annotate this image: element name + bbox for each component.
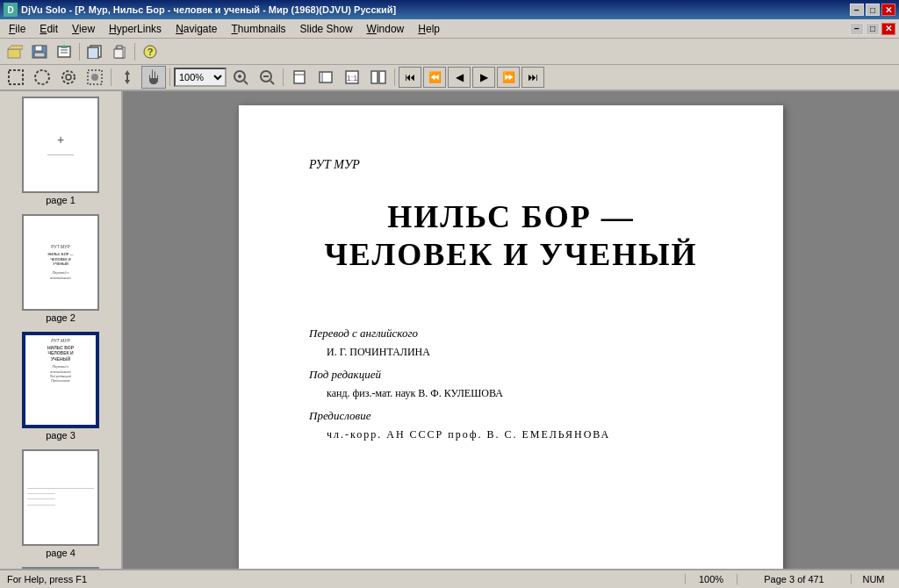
save-button[interactable] <box>28 41 51 62</box>
doc-info-translation-sub: И. Г. ПОЧИНТАЛИНА <box>309 346 713 359</box>
thumb-img-4[interactable]: ———————— ———————— ———————— <box>22 449 99 546</box>
title-bar-left: D DjVu Solo - [Р. Мур, Нильс Бор - челов… <box>4 3 396 17</box>
status-bar: For Help, press F1 100% Page 3 of 471 NU… <box>0 569 899 588</box>
thumb-page-3[interactable]: РУТ МУР НИЛЬС БОРЧЕЛОВЕК ИУЧЕНЫЙ Перевод… <box>20 330 101 442</box>
svg-rect-3 <box>35 46 42 51</box>
svg-rect-12 <box>117 46 122 49</box>
menu-view[interactable]: View <box>65 19 102 38</box>
svg-rect-4 <box>34 53 45 57</box>
svg-rect-16 <box>9 70 23 84</box>
inner-minimize-button[interactable]: − <box>850 23 864 35</box>
toolbar2: 100% 50% 75% 125% 150% 200% 1:1 ⏮ ⏪ ◀ ▶ … <box>0 65 899 91</box>
zoom-input-wrap: 100% 50% 75% 125% 150% 200% <box>174 68 227 87</box>
prev-page-button[interactable]: ◀ <box>448 67 471 88</box>
rect-select-tool[interactable] <box>4 66 28 89</box>
menu-navigate[interactable]: Navigate <box>169 19 224 38</box>
fit-width-button[interactable] <box>313 66 338 89</box>
thumb-img-2[interactable]: РУТ МУР НИЛЬС БОР —ЧЕЛОВЕК ИУЧЕНЫЙ Перев… <box>22 214 99 311</box>
menu-window[interactable]: Window <box>360 19 412 38</box>
document-page: РУТ МУР НИЛЬС БОР — ЧЕЛОВЕК И УЧЕНЫЙ Пер… <box>239 105 783 569</box>
toolbar2-sep1 <box>111 68 111 86</box>
thumb-label-1: page 1 <box>46 195 76 205</box>
thumb-page-1[interactable]: + —————— page 1 <box>20 95 101 207</box>
svg-marker-1 <box>8 46 23 49</box>
doc-info-preface-sub: чл.-корр. АН СССР проф. В. С. ЕМЕЛЬЯНОВА <box>309 428 713 441</box>
status-zoom: 100% <box>685 574 737 584</box>
inner-close-button[interactable]: ✕ <box>881 23 895 35</box>
thumb-page-5[interactable]: ———————— ———————— ———————— ———————— ————… <box>20 565 101 569</box>
menu-help[interactable]: Help <box>411 19 447 38</box>
title-bar: D DjVu Solo - [Р. Мур, Нильс Бор - челов… <box>0 0 899 19</box>
main-area: + —————— page 1 РУТ МУР НИЛЬС БОР —ЧЕЛОВ… <box>0 91 899 569</box>
svg-point-21 <box>91 74 98 81</box>
zoom-out-button[interactable] <box>255 66 279 89</box>
svg-text:?: ? <box>147 47 154 57</box>
menu-hyperlinks[interactable]: HyperLinks <box>102 19 169 38</box>
pan-tool[interactable] <box>115 66 140 89</box>
open-button[interactable] <box>4 41 26 62</box>
svg-rect-32 <box>320 72 332 82</box>
circle-select-tool[interactable] <box>30 66 54 89</box>
toolbar2-sep2 <box>169 68 170 86</box>
window-title: DjVu Solo - [Р. Мур, Нильс Бор - человек… <box>21 4 396 15</box>
copy-button[interactable] <box>83 41 106 62</box>
paste-button[interactable] <box>108 41 131 62</box>
first-page-button[interactable]: ⏮ <box>399 67 421 88</box>
thumb-page-2[interactable]: РУТ МУР НИЛЬС БОР —ЧЕЛОВЕК ИУЧЕНЫЙ Перев… <box>20 212 101 325</box>
menu-edit[interactable]: Edit <box>32 19 65 38</box>
svg-point-18 <box>62 71 75 83</box>
doc-info-editor-sub: канд. физ.-мат. наук В. Ф. КУЛЕШОВА <box>309 387 713 400</box>
svg-rect-0 <box>8 49 20 58</box>
menu-slideshow[interactable]: Slide Show <box>293 19 360 38</box>
svg-rect-36 <box>371 71 378 83</box>
svg-rect-37 <box>379 71 385 83</box>
doc-title-line2: ЧЕЛОВЕК И УЧЕНЫЙ <box>324 237 697 272</box>
thumb-img-3[interactable]: РУТ МУР НИЛЬС БОРЧЕЛОВЕК ИУЧЕНЫЙ Перевод… <box>22 332 99 428</box>
thumb-page-4[interactable]: ———————— ———————— ———————— page 4 <box>20 448 101 560</box>
menu-file[interactable]: File <box>2 19 32 38</box>
dot-select-tool[interactable] <box>83 66 107 89</box>
svg-marker-22 <box>125 70 130 84</box>
help-button[interactable]: ? <box>139 41 162 62</box>
app-icon: D <box>4 3 18 17</box>
doc-info-preface-label: Предисловие <box>309 409 713 423</box>
toolbar1-separator1 <box>79 43 80 61</box>
close-button[interactable]: ✕ <box>881 4 895 16</box>
export-button[interactable] <box>53 41 76 62</box>
inner-maximize-button[interactable]: □ <box>866 23 880 35</box>
svg-rect-30 <box>294 71 305 83</box>
toolbar1-separator2 <box>134 43 135 61</box>
lasso-tool[interactable] <box>56 66 81 89</box>
hand-tool[interactable] <box>141 66 166 89</box>
menu-thumbnails[interactable]: Thumbnails <box>225 19 293 38</box>
thumb-label-4: page 4 <box>46 548 76 558</box>
status-help-text: For Help, press F1 <box>4 574 685 584</box>
menu-bar: File Edit View HyperLinks Navigate Thumb… <box>0 19 899 39</box>
prev-10-button[interactable]: ⏪ <box>423 67 446 88</box>
next-10-button[interactable]: ⏩ <box>497 67 520 88</box>
document-area[interactable]: РУТ МУР НИЛЬС БОР — ЧЕЛОВЕК И УЧЕНЫЙ Пер… <box>123 91 899 569</box>
thumb-img-5[interactable]: ———————— ———————— ———————— ———————— ————… <box>22 567 99 569</box>
svg-point-19 <box>66 75 71 80</box>
toolbar1: ? <box>0 39 899 65</box>
doc-info: Перевод с английского И. Г. ПОЧИНТАЛИНА … <box>309 326 713 441</box>
two-page-button[interactable] <box>366 66 391 89</box>
maximize-button[interactable]: □ <box>866 4 880 16</box>
thumb-label-3: page 3 <box>46 430 76 441</box>
status-page: Page 3 of 471 <box>737 574 852 584</box>
svg-text:1:1: 1:1 <box>347 74 358 82</box>
doc-info-editor-label: Под редакцией <box>309 368 713 382</box>
doc-author: РУТ МУР <box>309 158 713 172</box>
zoom-select[interactable]: 100% 50% 75% 125% 150% 200% <box>174 68 227 87</box>
svg-rect-10 <box>88 47 98 59</box>
minimize-button[interactable]: − <box>850 4 864 16</box>
fit-page-button[interactable] <box>287 66 312 89</box>
title-bar-controls[interactable]: − □ ✕ <box>850 4 895 16</box>
doc-title: НИЛЬС БОР — ЧЕЛОВЕК И УЧЕНЫЙ <box>309 198 713 274</box>
thumb-img-1[interactable]: + —————— <box>22 97 99 193</box>
last-page-button[interactable]: ⏭ <box>521 67 544 88</box>
zoom-in-button[interactable] <box>228 66 253 89</box>
thumbnail-panel[interactable]: + —————— page 1 РУТ МУР НИЛЬС БОР —ЧЕЛОВ… <box>0 91 123 569</box>
next-page-button[interactable]: ▶ <box>472 67 495 88</box>
actual-size-button[interactable]: 1:1 <box>340 66 364 89</box>
